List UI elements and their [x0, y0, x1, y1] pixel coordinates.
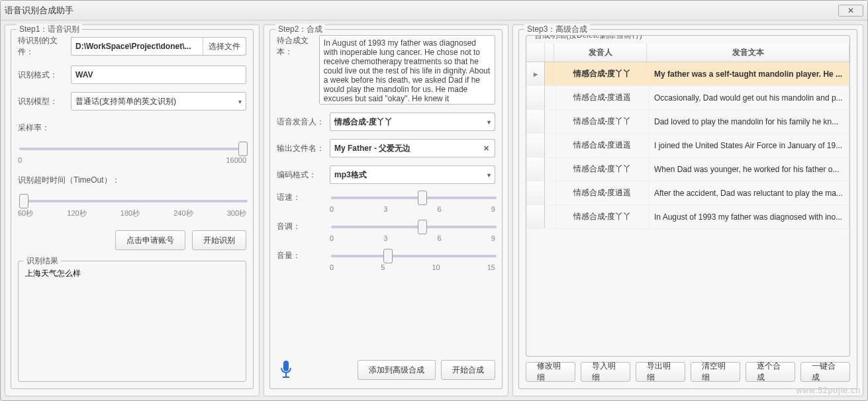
cell-voice: 情感合成-度逍遥	[556, 181, 649, 204]
enc-value: mp3格式	[334, 169, 367, 181]
sp3: 9	[491, 205, 495, 213]
cell-text: In August of 1993 my father was diagnose…	[649, 205, 849, 228]
apply-account-button[interactable]: 点击申请账号	[115, 230, 185, 250]
window-title: 语音识别合成助手	[5, 5, 73, 17]
cell-voice: 情感合成-度丫丫	[556, 62, 649, 85]
close-button[interactable]: ✕	[838, 5, 863, 17]
speed-label: 语速：	[277, 192, 330, 203]
export-button[interactable]: 导出明细	[636, 362, 685, 382]
pitch-slider[interactable]	[331, 226, 497, 228]
t3: 240秒	[173, 208, 193, 218]
result-textarea[interactable]: 上海天气怎么样	[24, 267, 240, 375]
add-to-advanced-button[interactable]: 添加到高级合成	[358, 360, 436, 380]
format-value: WAV	[75, 70, 93, 79]
sp0: 0	[330, 205, 334, 213]
pt3: 9	[491, 234, 495, 242]
table-row[interactable]: 情感合成-度丫丫When Dad was younger, he worked …	[526, 157, 849, 181]
timeout-slider[interactable]	[19, 200, 248, 202]
row-indicator	[526, 110, 545, 133]
voice-select[interactable]: 情感合成-度丫丫	[330, 112, 495, 131]
col-text: 发音文本	[647, 44, 849, 62]
step1-fieldset: Step1：语音识别 待识别的文件： D:\WorkSpace\Project\…	[11, 29, 254, 389]
app-window: 语音识别合成助手 ✕ Step1：语音识别 待识别的文件： D:\WorkSpa…	[0, 0, 868, 401]
file-input[interactable]: D:\WorkSpace\Project\donet\... 选择文件	[71, 37, 246, 56]
row-indicator: ▸	[526, 62, 545, 85]
result-fieldset: 识别结果 上海天气怎么样	[18, 261, 246, 382]
pt0: 0	[330, 234, 334, 242]
step1-panel: Step1：语音识别 待识别的文件： D:\WorkSpace\Project\…	[5, 24, 260, 396]
row-gap	[545, 134, 556, 157]
t2: 180秒	[121, 208, 140, 218]
table-row[interactable]: 情感合成-度逍遥Occasionally, Dad would get out …	[526, 86, 849, 110]
result-title: 识别结果	[24, 255, 61, 267]
table-row[interactable]: 情感合成-度丫丫In August of 1993 my father was …	[526, 205, 849, 229]
detail-table: 合成明细(按Delete删除当前行) 发音人 发音文本 ▸情感合成-度丫丫My …	[526, 35, 850, 357]
rate-slider[interactable]	[19, 148, 248, 150]
text-label: 待合成文本：	[277, 35, 319, 58]
rate-label: 采样率：	[18, 122, 246, 134]
row-indicator	[526, 134, 545, 157]
import-button[interactable]: 导入明细	[581, 362, 630, 382]
cell-text: Occasionally, Dad would get out his mand…	[649, 86, 849, 109]
merge-synth-button[interactable]: 一键合成	[800, 362, 850, 382]
titlebar: 语音识别合成助手 ✕	[1, 1, 867, 21]
speed-ticks: 0 3 6 9	[330, 205, 495, 213]
outfile-value: My Father - 父爱无边	[334, 143, 410, 154]
pt2: 6	[438, 234, 442, 242]
rate-max: 16000	[226, 156, 246, 164]
volume-row: 音量： 0 5 10 15	[277, 250, 495, 271]
col-voice: 发音人	[554, 44, 647, 62]
model-label: 识别模型：	[18, 96, 71, 107]
enc-label: 编码格式：	[277, 169, 330, 181]
row-gap	[545, 110, 556, 133]
t0: 60秒	[18, 208, 33, 218]
row-indicator	[526, 181, 545, 204]
synth-text-input[interactable]: In August of 1993 my father was diagnose…	[319, 35, 495, 105]
table-row[interactable]: ▸情感合成-度丫丫My father was a self-taught man…	[526, 62, 849, 86]
table-header: 发音人 发音文本	[526, 44, 849, 62]
rate-min: 0	[18, 156, 22, 164]
table-row[interactable]: 情感合成-度逍遥I joined the United States Air F…	[526, 134, 849, 157]
volume-ticks: 0 5 10 15	[330, 263, 495, 271]
step1-buttons: 点击申请账号 开始识别	[18, 230, 246, 250]
table-row[interactable]: 情感合成-度逍遥After the accident, Dad was relu…	[526, 181, 849, 205]
start-synth-button[interactable]: 开始合成	[441, 360, 495, 380]
step2-fieldset: Step2：合成 待合成文本： In August of 1993 my fat…	[269, 29, 503, 389]
cell-voice: 情感合成-度丫丫	[556, 157, 649, 181]
row-indicator	[526, 205, 545, 228]
enc-row: 编码格式： mp3格式	[277, 165, 495, 184]
model-select[interactable]: 普通话(支持简单的英文识别)	[71, 92, 246, 111]
vl1: 5	[381, 263, 385, 271]
table-body: ▸情感合成-度丫丫My father was a self-taught man…	[526, 62, 849, 229]
table-row[interactable]: 情感合成-度丫丫Dad loved to play the mandolin f…	[526, 110, 849, 134]
format-label: 识别格式：	[18, 69, 71, 81]
row-gap	[545, 181, 556, 204]
step2-title: Step2：合成	[275, 24, 325, 35]
t1: 120秒	[67, 208, 86, 218]
file-browse-button[interactable]: 选择文件	[203, 38, 246, 55]
clear-button[interactable]: 清空明细	[691, 362, 740, 382]
row-indicator	[526, 157, 545, 181]
microphone-icon[interactable]	[277, 358, 295, 382]
step3-buttons: 修改明细 导入明细 导出明细 清空明细 逐个合成 一键合成	[526, 362, 850, 382]
step3-panel: Step3：高级合成 合成明细(按Delete删除当前行) 发音人 发音文本 ▸…	[512, 24, 863, 396]
step2-buttons: 添加到高级合成 开始合成	[277, 358, 495, 382]
speed-slider[interactable]	[331, 197, 497, 199]
pitch-row: 音调： 0 3 6 9	[277, 221, 495, 242]
vl2: 10	[432, 263, 440, 271]
outfile-input[interactable]: My Father - 父爱无边	[330, 139, 495, 157]
each-synth-button[interactable]: 逐个合成	[746, 362, 795, 382]
volume-slider[interactable]	[331, 255, 497, 257]
row-header-col2	[545, 44, 554, 62]
row-indicator	[526, 86, 545, 109]
enc-select[interactable]: mp3格式	[330, 165, 495, 184]
start-recognize-button[interactable]: 开始识别	[192, 230, 246, 250]
voice-label: 语音发音人：	[277, 116, 330, 128]
format-input[interactable]: WAV	[71, 66, 246, 84]
step2-panel: Step2：合成 待合成文本： In August of 1993 my fat…	[264, 24, 508, 396]
timeout-section: 识别超时时间（TimeOut）： 60秒 120秒 180秒 240秒 300秒	[18, 175, 246, 218]
outfile-row: 输出文件名： My Father - 父爱无边	[277, 139, 495, 157]
cell-text: Dad loved to play the mandolin for his f…	[649, 110, 849, 133]
modify-button[interactable]: 修改明细	[526, 362, 575, 382]
file-row: 待识别的文件： D:\WorkSpace\Project\donet\... 选…	[18, 35, 246, 58]
